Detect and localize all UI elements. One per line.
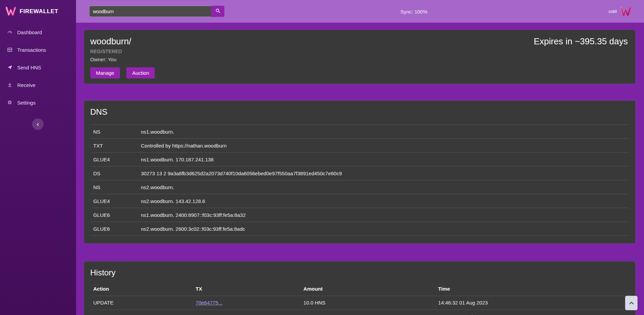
history-col-action: Action xyxy=(90,282,193,296)
sync-status: Sync: 100% xyxy=(400,8,427,14)
sidebar-item-label: Send HNS xyxy=(17,65,41,70)
domain-actions: Manage Auction xyxy=(90,67,629,78)
dns-card: DNS NS ns1.woodburn. TXT Controlled by h… xyxy=(84,100,636,244)
dns-record-type: TXT xyxy=(90,139,138,153)
scroll-to-top-button[interactable] xyxy=(625,296,638,310)
topbar: Sync: 100% cold xyxy=(76,0,644,23)
dns-record-row: DS 30273 13 2 9a3a8fb3d625d2a2073d740f10… xyxy=(90,166,629,180)
dns-record-row: GLUE6 ns2.woodburn. 2600:3c02::f03c:93ff… xyxy=(90,222,629,236)
dns-record-value: 30273 13 2 9a3a8fb3d625d2a2073d740f10da6… xyxy=(138,166,629,180)
sidebar-item-label: Settings xyxy=(17,100,35,106)
dns-title: DNS xyxy=(90,107,629,117)
dns-record-value: ns1.woodburn. 170.187.241.138 xyxy=(138,153,629,166)
history-amount: 10.0 HNS xyxy=(300,310,435,315)
dns-record-type: NS xyxy=(90,180,138,194)
search-group xyxy=(89,6,224,17)
app-window: FIREWALLET Dashboard Transactions xyxy=(0,0,644,315)
dns-record-row: TXT Controlled by https://nathan.woodbur… xyxy=(90,139,629,153)
search-icon xyxy=(215,8,221,15)
history-row: RENEW ... 10.0 HNS 15:43:12 27 Jul 2023 xyxy=(90,310,629,315)
search-input[interactable] xyxy=(89,6,211,17)
history-amount: 10.0 HNS xyxy=(300,296,435,310)
tx-link[interactable]: ... xyxy=(196,314,200,315)
sidebar-item-label: Receive xyxy=(17,82,35,88)
search-button[interactable] xyxy=(211,6,224,17)
content-area: woodburn/ Expires in ~395.35 days REGIST… xyxy=(76,23,644,315)
sidebar-nav: Dashboard Transactions Send HNS xyxy=(0,23,76,111)
dns-record-row: NS ns2.woodburn. xyxy=(90,180,629,194)
settings-icon: ⚙ xyxy=(7,99,13,106)
dns-record-value: ns2.woodburn. xyxy=(138,180,629,194)
history-time: 14:46:32 01 Aug 2023 xyxy=(435,296,629,310)
receive-icon xyxy=(7,82,13,88)
dns-record-type: GLUE6 xyxy=(90,208,138,222)
dns-record-type: GLUE4 xyxy=(90,153,138,166)
sidebar-item-dashboard[interactable]: Dashboard xyxy=(0,23,76,41)
history-action: UPDATE xyxy=(90,296,193,310)
owner-label: Owner: You xyxy=(90,57,629,62)
dns-record-row: GLUE4 ns2.woodburn. 143.42.128.6 xyxy=(90,194,629,208)
domain-card: woodburn/ Expires in ~395.35 days REGIST… xyxy=(84,30,636,84)
dashboard-icon xyxy=(7,29,13,35)
brand: FIREWALLET xyxy=(0,0,76,23)
history-col-time: Time xyxy=(435,282,629,296)
wallet-mode-label: cold xyxy=(609,9,617,14)
auction-button[interactable]: Auction xyxy=(126,67,155,78)
dns-record-value: Controlled by https://nathan.woodburn xyxy=(138,139,629,153)
dns-record-value: ns2.woodburn. 143.42.128.6 xyxy=(138,194,629,208)
transactions-icon xyxy=(7,47,13,52)
status-badge: REGISTERED xyxy=(90,49,629,54)
history-title: History xyxy=(90,268,629,278)
dns-table: NS ns1.woodburn. TXT Controlled by https… xyxy=(90,125,629,236)
sidebar-item-receive[interactable]: Receive xyxy=(0,76,76,94)
tx-link[interactable]: 70e64775... xyxy=(196,300,222,306)
dns-record-value: ns1.woodburn. 2400:8907::f03c:93ff:fe5a:… xyxy=(138,208,629,222)
history-col-tx: TX xyxy=(193,282,300,296)
manage-button[interactable]: Manage xyxy=(90,67,120,78)
sidebar: FIREWALLET Dashboard Transactions xyxy=(0,0,76,315)
dns-record-type: DS xyxy=(90,166,138,180)
dns-record-type: GLUE4 xyxy=(90,194,138,208)
chevron-up-icon xyxy=(629,300,634,306)
dns-record-value: ns1.woodburn. xyxy=(138,125,629,139)
sidebar-item-transactions[interactable]: Transactions xyxy=(0,41,76,59)
history-col-amount: Amount xyxy=(300,282,435,296)
main-column: Sync: 100% cold woodburn/ Expires in ~39… xyxy=(76,0,644,315)
history-time: 15:43:12 27 Jul 2023 xyxy=(435,310,629,315)
dns-record-row: GLUE6 ns1.woodburn. 2400:8907::f03c:93ff… xyxy=(90,208,629,222)
send-icon xyxy=(7,65,13,70)
dns-record-row: NS ns1.woodburn. xyxy=(90,125,629,139)
topbar-right: cold xyxy=(609,7,631,16)
sidebar-item-settings[interactable]: ⚙ Settings xyxy=(0,94,76,111)
dns-record-type: GLUE6 xyxy=(90,222,138,236)
chevron-left-icon: ‹ xyxy=(37,120,39,127)
dns-record-value: ns2.woodburn. 2600:3c02::f03c:93ff:fe5a:… xyxy=(138,222,629,236)
history-header-row: Action TX Amount Time xyxy=(90,282,629,296)
firewallet-logo-icon xyxy=(5,7,16,16)
history-row: UPDATE 70e64775... 10.0 HNS 14:46:32 01 … xyxy=(90,296,629,310)
brand-name: FIREWALLET xyxy=(20,8,58,15)
history-card: History Action TX Amount Time UPDATE xyxy=(84,261,636,315)
history-action: RENEW xyxy=(90,310,193,315)
sidebar-item-label: Dashboard xyxy=(17,29,42,35)
expires-label: Expires in ~395.35 days xyxy=(534,36,628,47)
sidebar-item-label: Transactions xyxy=(17,47,46,53)
sidebar-item-send-hns[interactable]: Send HNS xyxy=(0,59,76,76)
sidebar-collapse-button[interactable]: ‹ xyxy=(32,118,44,130)
firewallet-logo-icon xyxy=(620,7,631,16)
dns-record-row: GLUE4 ns1.woodburn. 170.187.241.138 xyxy=(90,153,629,166)
dns-record-type: NS xyxy=(90,125,138,139)
history-table: Action TX Amount Time UPDATE 70e64775...… xyxy=(90,282,629,315)
